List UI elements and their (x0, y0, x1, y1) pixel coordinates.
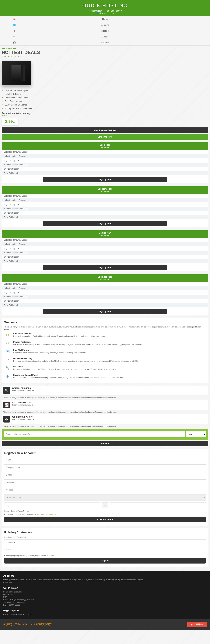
nav-support[interactable]: 🎧Support (0, 40, 210, 46)
phone-field[interactable] (110, 502, 206, 508)
feature-title: Bulk Tools (13, 366, 116, 368)
service-icon: 🔍 (3, 387, 10, 394)
layouts-title: Page Layouts (3, 609, 207, 612)
forgot-link[interactable]: here (51, 554, 54, 556)
plan-feature: Unlimited Bandwith, Space (2, 238, 208, 242)
plan-feature: Unlimited Addon Domains (2, 242, 208, 246)
plan-feature: 50gb Disk Space (2, 158, 208, 162)
plan-feature: Easy To Upgrade (2, 259, 208, 263)
signin-link[interactable]: Sign In (99, 12, 106, 14)
welcome-title: Welcome (4, 321, 206, 324)
layouts-links[interactable]: Home Domains Hosting Email Support (3, 614, 207, 615)
feature-icon: ↗ (4, 358, 11, 362)
plan-signup-button[interactable]: Sign Up Now (43, 177, 167, 182)
name-field[interactable] (4, 457, 206, 463)
service-icon: 📈 (3, 402, 10, 408)
plan-header: Basic Plan$9/month (2, 142, 208, 150)
plan-card: Basic Plan$9/monthUnlimited Bandwith, Sp… (2, 142, 208, 184)
contact-line: USA (3, 596, 207, 598)
bullet-item: Reliable & Secure (2, 92, 208, 96)
lookup-button[interactable]: Lookup (2, 441, 208, 446)
site-header: QUICK HOSTING 🛒 Call Us Now : + 00 - 000… (0, 0, 210, 16)
hero-bullets: Unlimited Bandwith, Space Reliable & Sec… (2, 89, 208, 110)
existing-title: Existing Customers (4, 531, 206, 534)
city-field[interactable] (4, 502, 100, 508)
main-nav: 🏠Home 🌐Domains 🖥Hosting ✉E-mail 🎧Support (0, 16, 210, 46)
domain-search-input[interactable] (4, 431, 185, 438)
company-field[interactable] (4, 464, 206, 470)
nav-home[interactable]: 🏠Home (0, 16, 210, 22)
terms-note: By clicking 'Create Account' you agree t… (4, 513, 206, 515)
feature-desc: Easy-to-use bulk tools to help you Regis… (13, 368, 116, 371)
service-row: ⚙WEB DEVELOPMENTLorem Ipsum is dummy tex… (2, 414, 208, 424)
service-row: 🔍DOMAIN SERVICESLorem Ipsum is dummy tex… (2, 386, 208, 395)
feature-title: Free Email Account (13, 332, 106, 335)
email-field[interactable] (4, 472, 206, 478)
password-field[interactable] (4, 480, 206, 485)
feature-title: Privacy Protection (13, 341, 143, 343)
service-desc: There are many variations of passages of… (2, 410, 208, 414)
signup-now-button[interactable]: Sings Up Now (2, 134, 208, 140)
service-sub: Lorem Ipsum is dummy text (12, 404, 34, 406)
plus-button[interactable]: + (102, 502, 108, 508)
plan-feature: Unlimited Bandwith, Space (2, 282, 208, 286)
read-more-link[interactable]: Read more (3, 581, 12, 583)
download-button[interactable]: 前往下载模板 (187, 622, 207, 627)
plan-feature: Unlimited Bandwith, Space (2, 150, 208, 154)
bullet-item: Unlimited Bandwith, Space (2, 89, 208, 92)
cc-note: Country Code + Phone Number (4, 510, 206, 512)
nav-domains[interactable]: 🌐Domains (0, 22, 210, 28)
plan-feature: Unlimited Bandwith, Space (2, 194, 208, 198)
welcome-text: There are many variations of passages of… (4, 326, 206, 331)
tld-select[interactable]: .com (186, 431, 206, 438)
service-title: SEO OPTIMIZATION (12, 402, 34, 404)
feature-desc: Get access to free Privacy Protection wi… (13, 343, 143, 346)
feature-desc: Point your domain name to another websit… (13, 360, 138, 362)
site-title: QUICK HOSTING (0, 2, 210, 8)
signin-password-field[interactable] (4, 547, 206, 553)
contact-line: velit vel sint (3, 594, 207, 596)
feature-icon: 🔧 (4, 366, 11, 370)
nav-hosting[interactable]: 🖥Hosting (0, 28, 210, 34)
plan-feature: Easy To Upgrade (2, 171, 208, 175)
about-text: Lorem Ipsum is that it has a more-or-les… (3, 579, 207, 581)
create-account-button[interactable]: Create Account (4, 516, 206, 522)
country-select[interactable]: Select a Country (4, 494, 206, 501)
feature-row: ✉Free Email AccountReceive 2 personalize… (4, 331, 206, 339)
touch-title: Get In Touch (3, 586, 207, 589)
footer-dark: About Us Lorem Ipsum is that it has a mo… (0, 571, 210, 619)
plan-feature: cPanel Access & Fantastico (2, 294, 208, 299)
footer-bar: 仿顶圆导社区bbs.xunlao.com免费下载更多网页 前往下载模板 (0, 619, 210, 630)
plan-feature: 50gb Disk Space (2, 246, 208, 250)
feature-icon: ⚙ (4, 374, 11, 379)
terms-link[interactable]: Terms & Conditions (40, 513, 56, 515)
start-at-label: Start at (2, 114, 208, 116)
register-title: Register New Account (4, 452, 206, 455)
plan-signup-button[interactable]: Sign Up Now (43, 265, 167, 270)
signin-button[interactable]: Sign In (4, 558, 206, 564)
feature-icon: 📧 (4, 349, 11, 354)
contact-line: E-mail : www.yourcompany@mail.com (3, 599, 207, 601)
bullet-item: 99.9% Uptime Guarantee (2, 103, 208, 107)
feature-title: Domain ForwarDing (13, 358, 138, 360)
feature-desc: Receive 2 personalized Email Addresses s… (13, 335, 106, 338)
bullet-item: Powered by cPanel / Plesk (2, 96, 208, 100)
plan-feature: cPanel Access & Fantastico (2, 250, 208, 255)
plan-signup-button[interactable]: Sign Up Now (43, 309, 167, 314)
login-link[interactable]: Login (109, 12, 114, 14)
plan-signup-button[interactable]: Sign Up Now (43, 221, 167, 226)
plan-header: Unlimited Plan$29/month (2, 274, 208, 282)
nav-email[interactable]: ✉E-mail (0, 34, 210, 40)
pro-hosting-title: Professional Web Hosting (2, 112, 208, 114)
username-field[interactable] (4, 540, 206, 545)
service-title: WEB DEVELOPMENT (12, 416, 34, 418)
plan-feature: Easy To Upgrade (2, 215, 208, 219)
plan-feature: 50gb Disk Space (2, 202, 208, 206)
service-desc: There are many variations of passages of… (2, 395, 208, 400)
headset-icon: 🎧 (13, 42, 16, 44)
address-field[interactable] (4, 487, 206, 493)
plan-card: Deluxe Plan$1/monthUnlimited Bandwith, S… (2, 230, 208, 272)
view-plans-button[interactable]: View Plans & Features (2, 128, 208, 133)
home-icon: 🏠 (13, 18, 16, 20)
plan-feature: 24/7 Live Support (2, 211, 208, 215)
